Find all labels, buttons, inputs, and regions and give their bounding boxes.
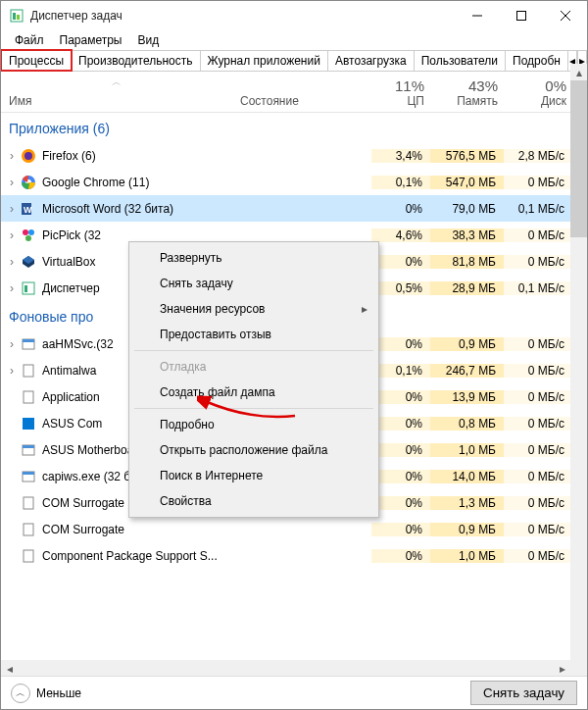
table-row[interactable]: ›WMicrosoft Word (32 бита)0%79,0 МБ0,1 М…	[1, 195, 587, 222]
tab-startup[interactable]: Автозагрузка	[327, 50, 415, 71]
svg-rect-22	[23, 418, 34, 430]
vscroll-thumb[interactable]	[570, 80, 587, 237]
expand-icon[interactable]: ›	[1, 202, 17, 216]
expand-icon[interactable]: ›	[1, 364, 17, 378]
context-menu: Развернуть Снять задачу Значения ресурсо…	[128, 241, 379, 518]
menu-view[interactable]: Вид	[129, 31, 167, 49]
header-memory[interactable]: 43%Память	[432, 72, 506, 112]
tab-details[interactable]: Подробн	[505, 50, 568, 71]
firefox-icon	[21, 148, 36, 164]
svg-point-14	[28, 229, 34, 235]
scroll-up-icon[interactable]: ▴	[570, 64, 587, 80]
ctx-expand[interactable]: Развернуть	[132, 245, 375, 271]
tab-apphistory[interactable]: Журнал приложений	[200, 50, 328, 71]
svg-rect-21	[24, 391, 33, 403]
scroll-right-icon[interactable]: ▸	[554, 662, 570, 676]
tab-processes[interactable]: Процессы	[1, 50, 72, 71]
svg-rect-26	[23, 472, 34, 475]
menu-file[interactable]: Файл	[7, 31, 52, 49]
ctx-search-web[interactable]: Поиск в Интернете	[132, 463, 375, 488]
minimize-button[interactable]	[455, 1, 499, 30]
scroll-left-icon[interactable]: ◂	[1, 662, 18, 676]
task-manager-icon	[21, 280, 36, 296]
menu-options[interactable]: Параметры	[52, 31, 130, 49]
svg-rect-27	[24, 497, 33, 509]
svg-point-13	[23, 229, 28, 235]
app-icon	[21, 416, 36, 431]
app-icon	[21, 548, 36, 564]
table-row[interactable]: COM Surrogate0%0,9 МБ0 МБ/с	[1, 516, 587, 542]
header-cpu[interactable]: 11%ЦП	[373, 72, 432, 112]
ctx-open-location[interactable]: Открыть расположение файла	[132, 437, 375, 463]
svg-rect-2	[17, 15, 20, 20]
header-state[interactable]: Состояние	[232, 72, 373, 112]
app-icon	[21, 495, 36, 511]
expand-icon[interactable]: ›	[1, 281, 17, 295]
svg-point-8	[24, 152, 32, 160]
svg-rect-1	[13, 13, 16, 20]
svg-text:W: W	[24, 205, 32, 215]
table-row[interactable]: ›Google Chrome (11)0,1%547,0 МБ0 МБ/с	[1, 169, 587, 195]
expand-icon[interactable]: ›	[1, 149, 17, 163]
expand-icon[interactable]: ›	[1, 337, 17, 351]
titlebar: Диспетчер задач	[1, 1, 587, 30]
app-icon	[21, 442, 36, 458]
separator	[134, 350, 373, 351]
table-row[interactable]: ›Firefox (6)3,4%576,5 МБ2,8 МБ/с	[1, 142, 587, 169]
ctx-debug: Отладка	[132, 354, 375, 380]
svg-rect-4	[516, 12, 525, 21]
svg-rect-28	[24, 524, 33, 535]
fewer-details-button[interactable]: ︿ Меньше	[11, 684, 81, 703]
chrome-icon	[21, 175, 36, 190]
ctx-feedback[interactable]: Предоставить отзыв	[132, 322, 375, 347]
header-disk[interactable]: 0%Диск	[506, 72, 574, 112]
vertical-scrollbar[interactable]: ▴ ▾	[570, 64, 587, 691]
submenu-arrow-icon: ▸	[362, 302, 368, 316]
task-manager-icon	[9, 8, 24, 24]
menubar: Файл Параметры Вид	[1, 30, 587, 50]
app-icon	[21, 336, 36, 352]
header-name[interactable]: ︿ Имя	[1, 72, 232, 112]
separator	[134, 408, 373, 409]
tab-performance[interactable]: Производительность	[71, 50, 200, 71]
ctx-endtask[interactable]: Снять задачу	[132, 271, 375, 296]
footer: ︿ Меньше Снять задачу	[1, 676, 587, 709]
column-headers: ︿ Имя Состояние 11%ЦП 43%Память 0%Диск	[1, 72, 587, 113]
expand-icon[interactable]: ›	[1, 176, 17, 189]
svg-point-15	[25, 235, 31, 241]
svg-rect-24	[23, 445, 34, 448]
svg-rect-16	[23, 282, 34, 294]
maximize-button[interactable]	[499, 1, 543, 30]
window-title: Диспетчер задач	[30, 9, 455, 23]
ctx-properties[interactable]: Свойства	[132, 488, 375, 514]
app-icon	[21, 363, 36, 379]
svg-rect-29	[24, 550, 33, 562]
chevron-up-icon: ︿	[11, 684, 30, 703]
ctx-create-dump[interactable]: Создать файл дампа	[132, 380, 375, 405]
picpick-icon	[21, 228, 36, 243]
svg-rect-20	[24, 365, 33, 377]
table-row[interactable]: Component Package Support S...0%1,0 МБ0 …	[1, 542, 587, 569]
word-icon: W	[21, 201, 36, 217]
tabstrip: Процессы Производительность Журнал прило…	[1, 50, 587, 72]
group-apps: Приложения (6)	[1, 113, 587, 142]
virtualbox-icon	[21, 254, 36, 270]
ctx-details[interactable]: Подробно	[132, 412, 375, 437]
sort-indicator-icon: ︿	[1, 76, 232, 89]
ctx-resource-values[interactable]: Значения ресурсов▸	[132, 296, 375, 322]
expand-icon[interactable]: ›	[1, 228, 17, 242]
tab-users[interactable]: Пользователи	[414, 50, 506, 71]
app-icon	[21, 522, 36, 537]
close-button[interactable]	[543, 1, 587, 30]
svg-rect-17	[24, 285, 27, 292]
app-icon	[21, 469, 36, 484]
end-task-button[interactable]: Снять задачу	[470, 681, 577, 705]
app-icon	[21, 389, 36, 405]
expand-icon[interactable]: ›	[1, 255, 17, 269]
svg-rect-19	[23, 339, 34, 342]
